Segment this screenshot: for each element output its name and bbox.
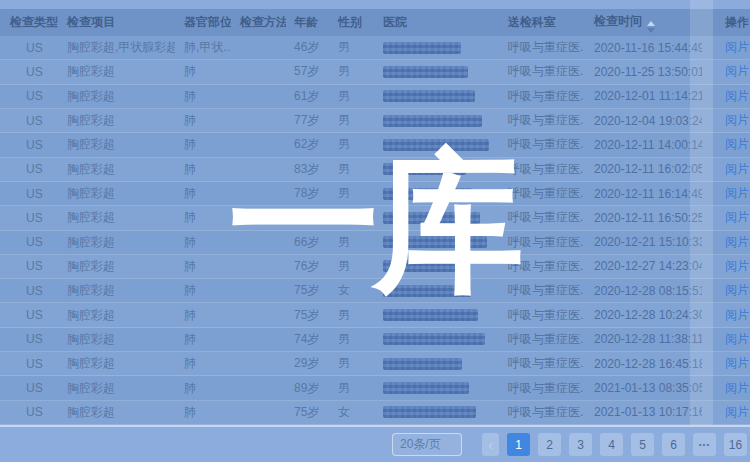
cell-age: 46岁: [286, 39, 330, 56]
column-header-exam-time[interactable]: 检查时间: [584, 13, 702, 33]
cell-exam-item: 胸腔彩超,甲状腺彩超: [58, 39, 175, 56]
cell-organ-part: 肺: [175, 234, 231, 251]
table-row: US 胸腔彩超 肺 78岁 男 呼吸与重症医... 2020-12-11 16:…: [0, 182, 750, 206]
cell-exam-time: 2020-11-16 15:44:49: [584, 41, 702, 55]
redacted-hospital-blur: [383, 139, 489, 151]
cell-hospital: [374, 285, 498, 297]
cell-action: 阅片: [702, 209, 750, 226]
cell-organ-part: 肺: [175, 161, 231, 178]
cell-gender: 男: [330, 380, 374, 397]
more-pages-button[interactable]: •••: [693, 433, 716, 456]
view-film-link[interactable]: 阅片: [725, 356, 749, 370]
cell-action: 阅片: [702, 331, 750, 348]
view-film-link[interactable]: 阅片: [725, 64, 749, 78]
cell-exam-item: 胸腔彩超: [58, 136, 175, 153]
cell-exam-time: 2020-12-28 08:15:51: [584, 284, 702, 298]
view-film-link[interactable]: 阅片: [725, 405, 749, 419]
cell-department: 呼吸与重症医...: [498, 185, 584, 202]
view-film-link[interactable]: 阅片: [725, 113, 749, 127]
view-film-link[interactable]: 阅片: [725, 308, 749, 322]
sort-desc-icon[interactable]: [647, 28, 655, 33]
cell-exam-type: US: [0, 332, 58, 346]
table-row: US 胸腔彩超 肺 75岁 女 呼吸与重症医... 2021-01-13 10:…: [0, 401, 750, 425]
cell-exam-time: 2020-12-01 11:14:21: [584, 89, 702, 103]
cell-exam-time: 2020-12-28 16:45:18: [584, 357, 702, 371]
cell-exam-type: US: [0, 41, 58, 55]
sort-asc-icon[interactable]: [647, 21, 655, 26]
view-film-link[interactable]: 阅片: [725, 162, 749, 176]
cell-organ-part: 肺: [175, 258, 231, 275]
cell-hospital: [374, 163, 498, 175]
view-film-link[interactable]: 阅片: [725, 332, 749, 346]
sort-caret-icon[interactable]: [647, 21, 655, 33]
redacted-hospital-blur: [383, 285, 471, 297]
cell-action: 阅片: [702, 185, 750, 202]
cell-gender: 男: [330, 39, 374, 56]
cell-age: 78岁: [286, 185, 330, 202]
cell-exam-time: 2020-12-28 10:24:30: [584, 308, 702, 322]
cell-organ-part: 肺: [175, 88, 231, 105]
page-button-6[interactable]: 6: [662, 433, 685, 456]
view-film-link[interactable]: 阅片: [725, 186, 749, 200]
cell-hospital: [374, 212, 498, 224]
table-row: US 胸腔彩超 肺 83岁 男 呼吸与重症医... 2020-12-11 16:…: [0, 158, 750, 182]
redacted-hospital-blur: [383, 406, 476, 418]
page-button-5[interactable]: 5: [631, 433, 654, 456]
redacted-hospital-blur: [383, 260, 464, 272]
cell-exam-time: 2021-01-13 10:17:16: [584, 405, 702, 419]
cell-age: 74岁: [286, 331, 330, 348]
cell-exam-item: 胸腔彩超: [58, 161, 175, 178]
cell-age: 61岁: [286, 88, 330, 105]
cell-organ-part: 肺,甲状...: [175, 39, 231, 56]
cell-hospital: [374, 139, 498, 151]
page-button-4[interactable]: 4: [600, 433, 623, 456]
cell-exam-time: 2020-12-11 16:02:05: [584, 162, 702, 176]
view-film-link[interactable]: 阅片: [725, 381, 749, 395]
cell-exam-time: 2020-12-11 16:50:25: [584, 211, 702, 225]
table-body: US 胸腔彩超,甲状腺彩超 肺,甲状... 46岁 男 呼吸与重症医... 20…: [0, 36, 750, 425]
cell-exam-item: 胸腔彩超: [58, 404, 175, 421]
table-row: US 胸腔彩超 肺 29岁 男 呼吸与重症医... 2020-12-28 16:…: [0, 352, 750, 376]
cell-action: 阅片: [702, 234, 750, 251]
cell-exam-item: 胸腔彩超: [58, 88, 175, 105]
cell-exam-item: 胸腔彩超: [58, 282, 175, 299]
cell-gender: 男: [330, 258, 374, 275]
cell-action: 阅片: [702, 112, 750, 129]
cell-department: 呼吸与重症医...: [498, 234, 584, 251]
view-film-link[interactable]: 阅片: [725, 137, 749, 151]
prev-page-button[interactable]: ‹: [482, 433, 499, 456]
page-size-select[interactable]: 20条/页: [392, 433, 462, 456]
column-header-organ-part: 器官部位: [175, 14, 231, 31]
cell-exam-type: US: [0, 114, 58, 128]
cell-action: 阅片: [702, 161, 750, 178]
cell-gender: 男: [330, 331, 374, 348]
page-button-2[interactable]: 2: [538, 433, 561, 456]
cell-exam-type: US: [0, 65, 58, 79]
cell-action: 阅片: [702, 307, 750, 324]
cell-age: 29岁: [286, 355, 330, 372]
page-button-3[interactable]: 3: [569, 433, 592, 456]
page-buttons: 123456•••16: [507, 433, 747, 456]
view-film-link[interactable]: 阅片: [725, 259, 749, 273]
cell-age: 62岁: [286, 136, 330, 153]
cell-exam-type: US: [0, 259, 58, 273]
redacted-hospital-blur: [383, 212, 480, 224]
column-header-department: 送检科室: [498, 14, 584, 31]
cell-department: 呼吸与重症医...: [498, 88, 584, 105]
table-row: US 胸腔彩超 肺 76岁 女 呼吸与重症医... 2020-12-11 16:…: [0, 206, 750, 230]
view-film-link[interactable]: 阅片: [725, 40, 749, 54]
page-button-16[interactable]: 16: [724, 433, 747, 456]
cell-organ-part: 肺: [175, 404, 231, 421]
view-film-link[interactable]: 阅片: [725, 235, 749, 249]
cell-exam-type: US: [0, 187, 58, 201]
view-film-link[interactable]: 阅片: [725, 89, 749, 103]
cell-gender: 男: [330, 88, 374, 105]
exam-time-label: 检查时间: [594, 14, 642, 28]
page-button-1[interactable]: 1: [507, 433, 530, 456]
cell-exam-type: US: [0, 381, 58, 395]
cell-exam-time: 2020-12-11 16:14:49: [584, 187, 702, 201]
cell-organ-part: 肺: [175, 63, 231, 80]
view-film-link[interactable]: 阅片: [725, 283, 749, 297]
cell-exam-time: 2020-11-25 13:50:01: [584, 65, 702, 79]
view-film-link[interactable]: 阅片: [725, 210, 749, 224]
